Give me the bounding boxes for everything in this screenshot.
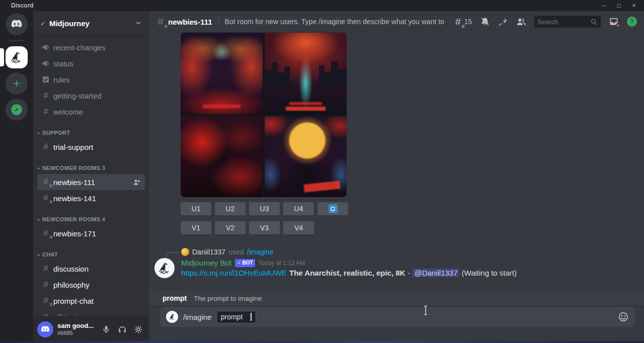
help-button[interactable]: ? [627, 17, 637, 27]
bot-username[interactable]: Midjourney Bot [181, 259, 231, 267]
channel-label: getting-started [53, 92, 102, 100]
upscale-u4-button[interactable]: U4 [283, 202, 314, 215]
server-header[interactable]: ✓ Midjourney [33, 11, 149, 35]
generated-image-grid[interactable] [181, 33, 347, 197]
reply-spine [166, 252, 179, 258]
reply-author-avatar [181, 248, 189, 256]
channel-rules[interactable]: rules [37, 71, 145, 88]
composer-bot-avatar [166, 311, 178, 323]
notifications-muted-icon[interactable] [480, 17, 490, 27]
user-panel: sam good... #6685 [33, 316, 149, 343]
midjourney-sailboat-icon [9, 50, 24, 65]
section-support[interactable]: SUPPORT [33, 127, 149, 139]
job-link[interactable]: https://s.mj.run/l1OHvEuMUWE [181, 269, 287, 277]
channel-philosophy[interactable]: # philosophy [37, 277, 145, 293]
hash-icon: # [41, 312, 50, 316]
thread-count: 15 [464, 18, 472, 26]
settings-gear-icon[interactable] [134, 325, 143, 334]
maximize-button[interactable]: □ [613, 1, 625, 10]
header-toolbar: # 15 ? [453, 16, 637, 28]
channel-prompt-chat[interactable]: # prompt-chat [37, 293, 145, 309]
reroll-button[interactable] [317, 202, 348, 215]
channel-list: recent-changes status rules # getting-st… [33, 35, 149, 316]
reply-reference[interactable]: Daniil1337 used /imagine [181, 247, 273, 256]
server-rail: + [0, 11, 33, 343]
microphone-icon[interactable] [102, 325, 111, 334]
generated-image-1 [181, 33, 263, 114]
channel-recent-changes[interactable]: recent-changes [37, 39, 145, 55]
hash-limited-icon: # [41, 193, 50, 203]
variation-v4-button[interactable]: V4 [283, 221, 314, 234]
upscale-u1-button[interactable]: U1 [181, 202, 211, 215]
channel-label: newbies-111 [53, 178, 95, 187]
command-option-hint[interactable]: prompt The prompt to imagine [149, 291, 644, 306]
variation-v2-button[interactable]: V2 [215, 221, 246, 234]
main-area: # newbies-111 Bot room for new users. Ty… [149, 11, 644, 343]
home-button[interactable] [6, 13, 28, 35]
hash-limited-icon: # [41, 228, 50, 238]
generated-image-4 [265, 116, 347, 198]
user-avatar[interactable] [37, 321, 53, 337]
invite-members-icon[interactable] [132, 178, 141, 187]
section-newcomer-rooms-4[interactable]: NEWCOMER ROOMS 4 [33, 213, 149, 225]
reply-command-link[interactable]: /imagine [247, 248, 274, 256]
channel-header: # newbies-111 Bot room for new users. Ty… [149, 11, 644, 32]
pinned-messages-icon[interactable] [498, 17, 508, 27]
reply-action-text: used [228, 248, 244, 256]
headphones-icon[interactable] [118, 325, 127, 334]
channel-status[interactable]: status [37, 55, 145, 71]
smiley-icon [618, 311, 629, 322]
chevron-down-icon [36, 131, 41, 135]
midjourney-sailboat-icon [168, 313, 177, 321]
user-mention[interactable]: @Daniil1337 [413, 269, 459, 277]
channel-trial-support[interactable]: # trial-support [37, 139, 145, 155]
upscale-u3-button[interactable]: U3 [249, 202, 280, 215]
channel-welcome[interactable]: # welcome [37, 104, 145, 120]
variation-v1-button[interactable]: V1 [181, 221, 211, 234]
selected-server-pill [0, 48, 4, 66]
server-icon-midjourney[interactable] [6, 46, 28, 68]
bot-avatar[interactable] [154, 258, 175, 278]
emoji-picker-button[interactable] [618, 311, 629, 322]
inbox-button[interactable] [609, 17, 619, 27]
add-server-button[interactable]: + [6, 72, 28, 95]
poster-text [286, 107, 325, 111]
section-newcomer-rooms-3[interactable]: NEWCOMER ROOMS 3 [33, 162, 149, 174]
plus-icon: + [13, 77, 20, 90]
channel-discussion[interactable]: # discussion [37, 261, 145, 277]
prompt-option-field[interactable]: prompt [216, 311, 257, 323]
threads-button[interactable]: # 15 [453, 16, 472, 28]
message-composer[interactable]: /imagine prompt [160, 307, 635, 327]
minimize-button[interactable]: ─ [598, 1, 610, 10]
taskbar-edge [0, 341, 644, 343]
search-box [534, 16, 601, 28]
channel-label: welcome [53, 108, 83, 116]
variation-v3-button[interactable]: V3 [249, 221, 280, 234]
user-meta[interactable]: sam good... #6685 [57, 322, 94, 336]
question-mark: ? [630, 18, 633, 25]
channel-getting-started[interactable]: # getting-started [37, 88, 145, 104]
member-list-icon[interactable] [516, 17, 526, 27]
channel-newbies-111[interactable]: # newbies-111 [37, 174, 145, 190]
reply-author-name[interactable]: Daniil1337 [192, 248, 225, 256]
upscale-u2-button[interactable]: U2 [215, 202, 246, 215]
chevron-down-icon [36, 217, 41, 222]
explore-servers-button[interactable] [6, 99, 28, 121]
header-divider [218, 16, 219, 27]
channel-label: off-topic [53, 313, 80, 316]
generated-image-3 [181, 116, 263, 198]
section-chat[interactable]: CHAT [33, 248, 149, 261]
channel-newbies-171[interactable]: # newbies-171 [37, 225, 145, 241]
option-description: The prompt to imagine [194, 295, 262, 302]
app-frame: + ✓ Midjourney recent-changes [0, 11, 644, 343]
search-input[interactable] [537, 18, 590, 26]
channel-off-topic[interactable]: # off-topic [37, 309, 145, 316]
user-actions [102, 325, 145, 334]
active-command: /imagine [183, 313, 212, 321]
channel-topic[interactable]: Bot room for new users. Type /imagine th… [225, 18, 446, 26]
channel-newbies-141[interactable]: # newbies-141 [37, 190, 145, 206]
hash-icon: # [41, 264, 50, 274]
section-title: SUPPORT [42, 130, 70, 136]
hash-icon: # [41, 91, 50, 101]
close-button[interactable]: × [628, 1, 640, 10]
